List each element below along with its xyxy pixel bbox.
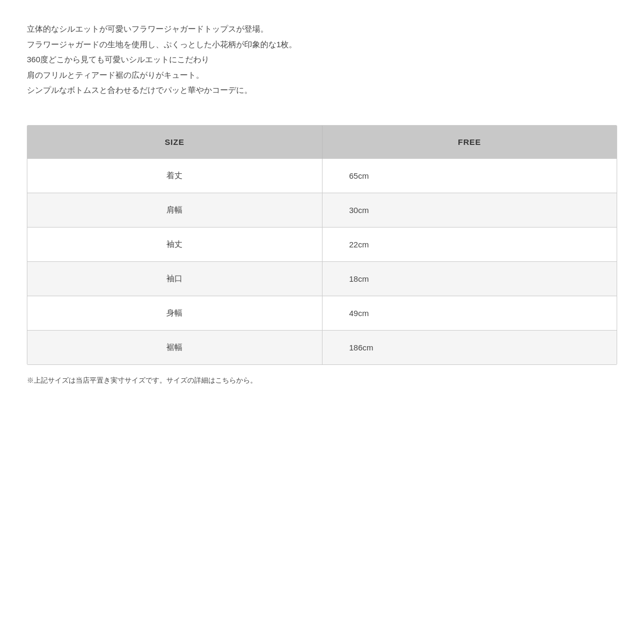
footnote: ※上記サイズは当店平置き実寸サイズです。サイズの詳細はこちらから。 bbox=[27, 376, 617, 385]
size-value-cell: 18cm bbox=[322, 261, 617, 296]
size-value-cell: 186cm bbox=[322, 330, 617, 364]
description-line-3: 360度どこから見ても可愛いシルエットにこだわり bbox=[27, 52, 617, 68]
size-table: SIZE FREE 着丈65cm肩幅30cm袖丈22cm袖口18cm身幅49cm… bbox=[27, 126, 617, 364]
table-row: 袖丈22cm bbox=[27, 227, 617, 261]
table-row: 身幅49cm bbox=[27, 296, 617, 330]
size-value-cell: 49cm bbox=[322, 296, 617, 330]
table-header-row: SIZE FREE bbox=[27, 126, 617, 159]
table-row: 着丈65cm bbox=[27, 158, 617, 193]
product-description: 立体的なシルエットが可愛いフラワージャガードトップスが登場。 フラワージャガード… bbox=[27, 21, 617, 98]
page-wrapper: 立体的なシルエットが可愛いフラワージャガードトップスが登場。 フラワージャガード… bbox=[0, 0, 644, 407]
table-row: 袖口18cm bbox=[27, 261, 617, 296]
size-value-cell: 30cm bbox=[322, 193, 617, 227]
description-line-2: フラワージャガードの生地を使用し、ぷくっとした小花柄が印象的な1枚。 bbox=[27, 37, 617, 53]
description-line-1: 立体的なシルエットが可愛いフラワージャガードトップスが登場。 bbox=[27, 21, 617, 37]
description-line-4: 肩のフリルとティアード裾の広がりがキュート。 bbox=[27, 68, 617, 83]
description-line-5: シンプルなボトムスと合わせるだけでパッと華やかコーデに。 bbox=[27, 83, 617, 98]
size-name-cell: 身幅 bbox=[27, 296, 322, 330]
table-body: 着丈65cm肩幅30cm袖丈22cm袖口18cm身幅49cm裾幅186cm bbox=[27, 158, 617, 364]
size-column-header: SIZE bbox=[27, 126, 322, 159]
size-table-wrapper: SIZE FREE 着丈65cm肩幅30cm袖丈22cm袖口18cm身幅49cm… bbox=[27, 125, 617, 365]
footnote-text: ※上記サイズは当店平置き実寸サイズです。サイズの詳細はこちらから。 bbox=[27, 376, 257, 384]
size-value-cell: 65cm bbox=[322, 158, 617, 193]
size-value-cell: 22cm bbox=[322, 227, 617, 261]
size-name-cell: 着丈 bbox=[27, 158, 322, 193]
size-name-cell: 袖丈 bbox=[27, 227, 322, 261]
size-name-cell: 袖口 bbox=[27, 261, 322, 296]
size-name-cell: 肩幅 bbox=[27, 193, 322, 227]
size-name-cell: 裾幅 bbox=[27, 330, 322, 364]
table-row: 肩幅30cm bbox=[27, 193, 617, 227]
free-column-header: FREE bbox=[322, 126, 617, 159]
table-row: 裾幅186cm bbox=[27, 330, 617, 364]
